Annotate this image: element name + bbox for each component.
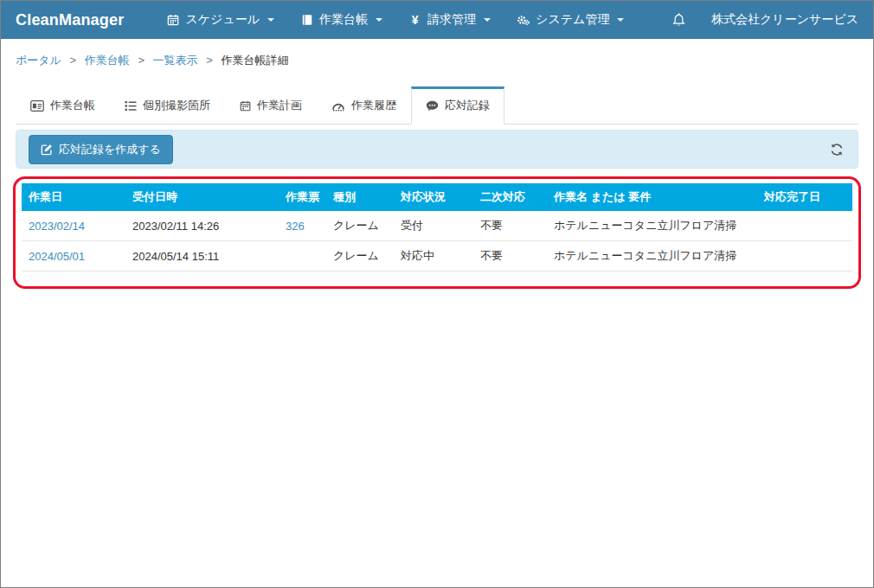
list-icon xyxy=(125,100,137,112)
nav-system-admin[interactable]: システム管理 xyxy=(504,1,637,39)
col-secondary: 二次対応 xyxy=(473,183,547,211)
refresh-icon[interactable] xyxy=(828,141,845,158)
create-button-label: 応対記録を作成する xyxy=(59,142,161,157)
ticket-link[interactable]: 326 xyxy=(286,220,305,233)
detail-tabs: 作業台帳 個別撮影箇所 作業計画 作業履歴 応対記録 xyxy=(16,86,858,125)
chevron-down-icon xyxy=(267,18,274,22)
tab-response-records[interactable]: 応対記録 xyxy=(411,86,504,125)
work-date-link[interactable]: 2024/05/01 xyxy=(29,250,85,263)
calendar-icon xyxy=(166,14,179,26)
comment-icon xyxy=(426,100,439,112)
col-work-date: 作業日 xyxy=(22,183,125,211)
category-cell: クレーム xyxy=(326,211,394,241)
records-toolbar: 応対記録を作成する xyxy=(16,130,858,169)
tab-label: 作業計画 xyxy=(257,98,302,113)
response-records-table: 作業日 受付日時 作業票 種別 対応状況 二次対応 作業名 または 要件 対応完… xyxy=(22,183,852,272)
breadcrumb-separator: > xyxy=(206,54,213,67)
col-status: 対応状況 xyxy=(394,183,473,211)
col-work-name: 作業名 または 要件 xyxy=(547,183,757,211)
gears-icon xyxy=(517,14,530,26)
completed-cell xyxy=(757,211,852,241)
status-cell: 対応中 xyxy=(394,241,473,272)
notifications-button[interactable] xyxy=(659,1,699,39)
table-header-row: 作業日 受付日時 作業票 種別 対応状況 二次対応 作業名 または 要件 対応完… xyxy=(22,183,852,211)
tab-label: 作業履歴 xyxy=(351,98,396,113)
col-category: 種別 xyxy=(326,183,394,211)
received-at-cell: 2024/05/14 15:11 xyxy=(125,241,279,272)
tab-work-plan[interactable]: 作業計画 xyxy=(225,86,317,125)
calendar-icon xyxy=(240,100,251,112)
edit-icon xyxy=(41,144,53,156)
tachometer-icon xyxy=(331,100,345,112)
breadcrumb-list-view[interactable]: 一覧表示 xyxy=(153,54,198,67)
tab-photo-spots[interactable]: 個別撮影箇所 xyxy=(110,86,225,125)
bell-icon xyxy=(672,13,685,27)
book-icon xyxy=(300,14,313,26)
work-name-cell: ホテルニューコタニ立川フロア清掃 xyxy=(547,211,757,241)
create-response-record-button[interactable]: 応対記録を作成する xyxy=(29,135,173,164)
received-at-cell: 2023/02/11 14:26 xyxy=(125,211,279,241)
yen-icon: ¥ xyxy=(408,13,421,27)
work-date-link[interactable]: 2023/02/14 xyxy=(29,220,85,233)
work-name-cell: ホテルニューコタニ立川フロア清掃 xyxy=(547,241,757,272)
nav-schedule[interactable]: スケジュール xyxy=(153,1,287,39)
breadcrumb-work-ledger[interactable]: 作業台帳 xyxy=(85,54,130,67)
breadcrumb-separator: > xyxy=(138,54,145,67)
chevron-down-icon xyxy=(376,18,382,22)
chevron-down-icon xyxy=(484,18,491,22)
navbar: CleanManager スケジュール 作業台帳 ¥ 請求管理 システム管理 xyxy=(1,1,873,39)
category-cell: クレーム xyxy=(326,241,394,272)
nav-billing-label: 請求管理 xyxy=(427,12,476,28)
table-row: 2023/02/14 2023/02/11 14:26 326 クレーム 受付 … xyxy=(22,211,852,241)
tab-work-ledger[interactable]: 作業台帳 xyxy=(16,86,110,125)
nav-system-admin-label: システム管理 xyxy=(536,12,609,28)
nav-work-ledger-label: 作業台帳 xyxy=(319,12,368,28)
status-cell: 受付 xyxy=(394,211,473,241)
id-card-icon xyxy=(30,100,44,112)
breadcrumb-separator: > xyxy=(70,54,77,67)
tab-label: 個別撮影箇所 xyxy=(143,98,210,113)
col-received-at: 受付日時 xyxy=(125,183,279,211)
company-name[interactable]: 株式会社クリーンサービス xyxy=(711,12,858,28)
secondary-cell: 不要 xyxy=(473,211,547,241)
breadcrumb: ポータル > 作業台帳 > 一覧表示 > 作業台帳詳細 xyxy=(1,39,873,80)
app-window: CleanManager スケジュール 作業台帳 ¥ 請求管理 システム管理 xyxy=(0,0,874,588)
tab-work-history[interactable]: 作業履歴 xyxy=(317,86,411,125)
nav-schedule-label: スケジュール xyxy=(185,12,260,28)
tab-label: 作業台帳 xyxy=(50,98,95,113)
nav-work-ledger[interactable]: 作業台帳 xyxy=(287,1,395,39)
nav-billing[interactable]: ¥ 請求管理 xyxy=(395,1,504,39)
tab-label: 応対記録 xyxy=(445,98,490,113)
highlight-annotation: 作業日 受付日時 作業票 種別 対応状況 二次対応 作業名 または 要件 対応完… xyxy=(13,176,861,289)
chevron-down-icon xyxy=(617,18,624,22)
table-row: 2024/05/01 2024/05/14 15:11 クレーム 対応中 不要 … xyxy=(22,241,852,272)
breadcrumb-current: 作業台帳詳細 xyxy=(221,54,288,67)
col-ticket: 作業票 xyxy=(279,183,326,211)
breadcrumb-portal[interactable]: ポータル xyxy=(16,54,61,67)
completed-cell xyxy=(757,241,852,272)
col-completed: 対応完了日 xyxy=(757,183,852,211)
secondary-cell: 不要 xyxy=(473,241,547,272)
app-brand[interactable]: CleanManager xyxy=(16,11,124,29)
